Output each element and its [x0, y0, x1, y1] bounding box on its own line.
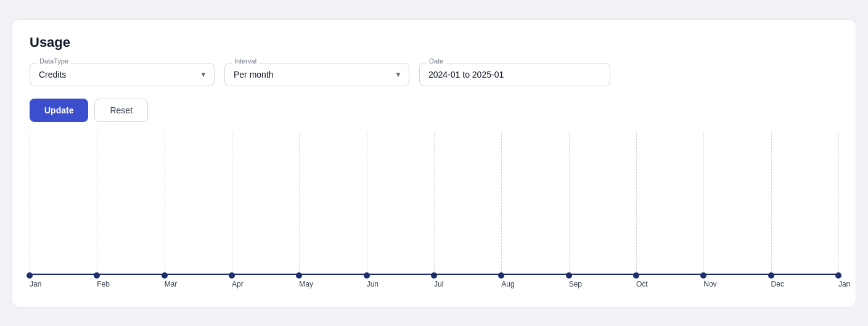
interval-select-wrapper: Per day Per week Per month Per year ▼ [224, 63, 409, 86]
interval-select[interactable]: Per day Per week Per month Per year [224, 63, 409, 86]
grid-line [569, 132, 570, 275]
chart-dot [566, 272, 572, 279]
usage-card: Usage DataType Credits Requests Tokens ▼… [12, 19, 856, 308]
date-field-group: Date [419, 63, 610, 86]
update-button[interactable]: Update [30, 99, 88, 122]
chart-dot [700, 272, 706, 279]
grid-line [703, 132, 704, 275]
grid-line [838, 132, 839, 275]
grid-line [30, 132, 30, 275]
buttons-row: Update Reset [30, 99, 838, 122]
datatype-select-wrapper: Credits Requests Tokens ▼ [30, 63, 215, 86]
chart-dot [162, 272, 168, 279]
grid-line [299, 132, 300, 275]
datatype-field-group: DataType Credits Requests Tokens ▼ [30, 63, 215, 86]
chart-dot [768, 272, 774, 279]
chart-dot [498, 272, 504, 279]
datatype-label: DataType [37, 57, 71, 65]
x-axis-labels: Jan Feb Mar Apr May Jun Jul Aug Sep Oct … [30, 280, 838, 288]
chart-dot [364, 272, 370, 279]
datatype-select[interactable]: Credits Requests Tokens [30, 63, 215, 86]
chart-area: Jan Feb Mar Apr May Jun Jul Aug Sep Oct … [30, 132, 838, 292]
chart-dot [229, 272, 235, 279]
chart-dot [94, 272, 100, 279]
controls-row: DataType Credits Requests Tokens ▼ Inter… [30, 63, 838, 86]
chart-dot [633, 272, 639, 279]
chart-dot [431, 272, 437, 279]
grid-line [367, 132, 367, 275]
grid-line [501, 132, 502, 275]
interval-field-group: Interval Per day Per week Per month Per … [224, 63, 409, 86]
grid-line [165, 132, 165, 275]
date-label: Date [427, 57, 446, 65]
grid-line [636, 132, 637, 275]
chart-dot [27, 272, 33, 279]
reset-button[interactable]: Reset [94, 99, 148, 122]
date-input[interactable] [419, 63, 610, 86]
interval-label: Interval [232, 57, 259, 65]
chart-dot [296, 272, 302, 279]
grid-line [434, 132, 435, 275]
page-title: Usage [30, 35, 838, 51]
grid-line [232, 132, 232, 275]
grid-line [97, 132, 97, 275]
chart-dot [835, 272, 841, 279]
grid-line [771, 132, 772, 275]
